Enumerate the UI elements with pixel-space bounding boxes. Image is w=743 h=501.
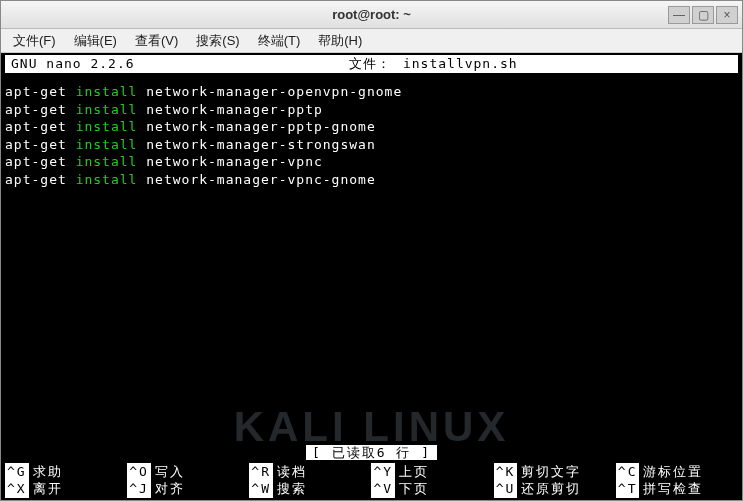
menu-file[interactable]: 文件(F) [9, 30, 60, 52]
minimize-button[interactable]: — [668, 6, 690, 24]
shortcut-uncut[interactable]: ^U还原剪切 [494, 480, 616, 498]
shortcut-bar: ^G求助 ^O写入 ^R读档 ^Y上页 ^K剪切文字 ^C游标位置 ^X离开 ^… [1, 463, 742, 500]
shortcut-readfile[interactable]: ^R读档 [249, 463, 371, 481]
status-message: [ 已读取6 行 ] [306, 445, 437, 460]
shortcut-curpos[interactable]: ^C游标位置 [616, 463, 738, 481]
window-title: root@root: ~ [1, 7, 742, 22]
titlebar[interactable]: root@root: ~ — ▢ × [1, 1, 742, 29]
nano-header: GNU nano 2.2.6 文件： installvpn.sh [5, 55, 738, 73]
menu-terminal[interactable]: 终端(T) [254, 30, 305, 52]
shortcut-nextpage[interactable]: ^V下页 [371, 480, 493, 498]
shortcut-exit[interactable]: ^X离开 [5, 480, 127, 498]
editor-line: apt-get install network-manager-openvpn-… [5, 83, 738, 101]
menu-edit[interactable]: 编辑(E) [70, 30, 121, 52]
nano-version: GNU nano 2.2.6 [11, 55, 135, 73]
shortcut-cut[interactable]: ^K剪切文字 [494, 463, 616, 481]
editor-line: apt-get install network-manager-vpnc-gno… [5, 171, 738, 189]
menubar: 文件(F) 编辑(E) 查看(V) 搜索(S) 终端(T) 帮助(H) [1, 29, 742, 53]
terminal-window: root@root: ~ — ▢ × 文件(F) 编辑(E) 查看(V) 搜索(… [0, 0, 743, 501]
menu-view[interactable]: 查看(V) [131, 30, 182, 52]
nano-file-label: 文件： [349, 55, 391, 73]
editor-line: apt-get install network-manager-pptp-gno… [5, 118, 738, 136]
menu-search[interactable]: 搜索(S) [192, 30, 243, 52]
shortcut-help[interactable]: ^G求助 [5, 463, 127, 481]
editor-line: apt-get install network-manager-strongsw… [5, 136, 738, 154]
shortcut-spell[interactable]: ^T拼写检查 [616, 480, 738, 498]
editor-line: apt-get install network-manager-vpnc [5, 153, 738, 171]
editor-line: apt-get install network-manager-pptp [5, 101, 738, 119]
shortcut-writeout[interactable]: ^O写入 [127, 463, 249, 481]
editor-body[interactable]: apt-get install network-manager-openvpn-… [5, 73, 738, 188]
terminal-area[interactable]: GNU nano 2.2.6 文件： installvpn.sh apt-get… [1, 53, 742, 500]
shortcut-search[interactable]: ^W搜索 [249, 480, 371, 498]
status-line: [ 已读取6 行 ] [1, 444, 742, 462]
maximize-button[interactable]: ▢ [692, 6, 714, 24]
window-controls: — ▢ × [668, 6, 738, 24]
nano-filename: installvpn.sh [403, 55, 518, 73]
shortcut-justify[interactable]: ^J对齐 [127, 480, 249, 498]
shortcut-prevpage[interactable]: ^Y上页 [371, 463, 493, 481]
menu-help[interactable]: 帮助(H) [314, 30, 366, 52]
close-button[interactable]: × [716, 6, 738, 24]
